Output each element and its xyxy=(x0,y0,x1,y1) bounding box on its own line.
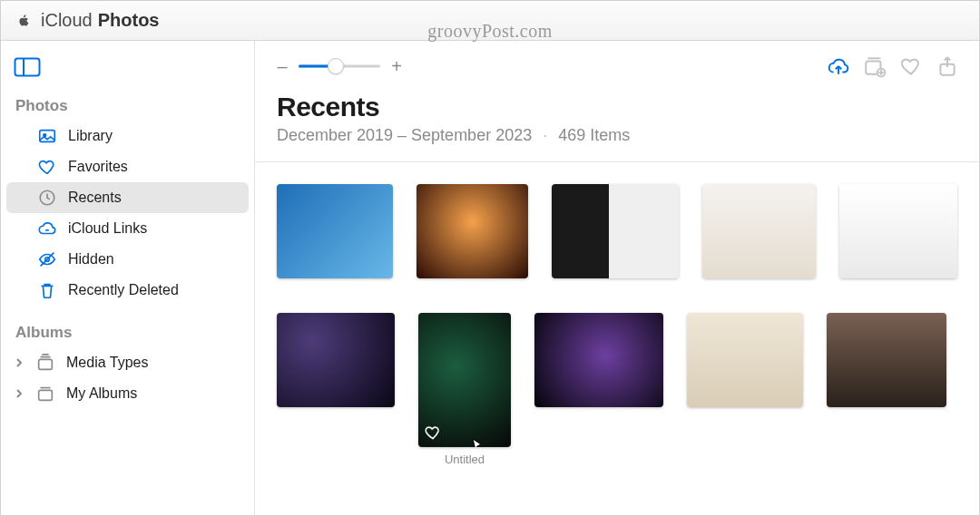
svg-rect-8 xyxy=(39,390,53,400)
page-subtitle: December 2019 – September 2023 · 469 Ite… xyxy=(277,126,957,145)
app-title-main: Photos xyxy=(98,10,160,31)
photo-thumbnail[interactable] xyxy=(702,184,817,278)
chevron-right-icon xyxy=(14,388,24,399)
icloud-photos-window: iCloud Photos groovyPost.com Photos Libr… xyxy=(0,0,980,516)
photo-thumbnail[interactable] xyxy=(827,313,946,407)
sidebar-item-icloud-links[interactable]: iCloud Links xyxy=(6,213,249,244)
sidebar-item-label: Favorites xyxy=(68,159,128,175)
clock-icon xyxy=(37,188,57,208)
content-header: Recents December 2019 – September 2023 ·… xyxy=(255,92,979,154)
sidebar-item-label: Library xyxy=(68,128,113,144)
cloud-link-icon xyxy=(37,219,57,239)
sidebar-item-label: Media Types xyxy=(66,355,148,371)
app-title-prefix: iCloud xyxy=(41,10,93,31)
sidebar-view-toggle[interactable] xyxy=(1,50,254,92)
svg-rect-0 xyxy=(15,59,40,76)
photo-thumbnail[interactable] xyxy=(839,184,957,278)
titlebar: iCloud Photos groovyPost.com xyxy=(1,1,979,41)
cursor-icon xyxy=(471,438,485,447)
photo-thumbnail[interactable] xyxy=(687,313,803,407)
eye-slash-icon xyxy=(37,249,57,269)
section-photos: Photos xyxy=(1,92,254,121)
date-range: December 2019 – September 2023 xyxy=(277,126,532,145)
albums-icon xyxy=(35,384,55,404)
thumbnail-caption: Untitled xyxy=(418,453,511,466)
section-albums: Albums xyxy=(1,318,254,347)
toolbar: – + xyxy=(255,41,979,92)
chevron-right-icon xyxy=(14,357,24,368)
sidebar-item-recently-deleted[interactable]: Recently Deleted xyxy=(6,275,249,306)
heart-outline-icon[interactable] xyxy=(424,424,442,442)
separator-dot: · xyxy=(543,126,547,145)
photo-grid: Untitled xyxy=(255,162,979,475)
sidebar-item-label: Recents xyxy=(68,190,122,206)
sidebar-item-label: iCloud Links xyxy=(68,220,147,237)
sidebar-item-library[interactable]: Library xyxy=(6,121,249,151)
sidebar-toggle-icon xyxy=(14,57,41,77)
sidebar: Photos Library Favorites Recents iCloud … xyxy=(1,41,255,515)
watermark: groovyPost.com xyxy=(427,21,553,42)
photo-thumbnail-hover[interactable] xyxy=(418,313,511,447)
sidebar-item-label: My Albums xyxy=(66,385,137,402)
apple-logo-icon xyxy=(15,11,32,31)
sidebar-item-label: Recently Deleted xyxy=(68,282,179,298)
photo-thumbnail[interactable] xyxy=(416,184,529,278)
photo-thumbnail[interactable] xyxy=(534,313,663,407)
zoom-in-button[interactable]: + xyxy=(389,56,404,77)
photo-thumbnail[interactable] xyxy=(277,313,395,407)
trash-icon xyxy=(37,280,57,300)
heart-icon xyxy=(37,157,57,177)
favorite-icon[interactable] xyxy=(899,54,923,78)
sidebar-item-media-types[interactable]: Media Types xyxy=(6,347,249,378)
svg-rect-7 xyxy=(39,359,53,369)
zoom-slider[interactable] xyxy=(299,57,380,75)
add-to-album-icon[interactable] xyxy=(863,54,887,78)
upload-icon[interactable] xyxy=(827,54,850,78)
content: – + Recents December 2019 – Septe xyxy=(255,41,979,515)
slider-knob[interactable] xyxy=(328,58,344,74)
zoom-control: – + xyxy=(275,56,404,77)
sidebar-item-my-albums[interactable]: My Albums xyxy=(6,378,249,409)
library-icon xyxy=(37,126,57,146)
item-count: 469 Items xyxy=(558,126,630,145)
sidebar-item-hidden[interactable]: Hidden xyxy=(6,244,249,275)
stack-icon xyxy=(35,353,55,373)
sidebar-item-recents[interactable]: Recents xyxy=(6,182,249,213)
share-icon[interactable] xyxy=(936,54,959,78)
sidebar-item-favorites[interactable]: Favorites xyxy=(6,151,249,182)
sidebar-item-label: Hidden xyxy=(68,251,114,268)
grid-row xyxy=(277,184,957,278)
zoom-out-button[interactable]: – xyxy=(275,56,289,77)
app-title: iCloud Photos xyxy=(41,10,159,31)
photo-thumbnail[interactable] xyxy=(552,184,678,278)
body: Photos Library Favorites Recents iCloud … xyxy=(1,41,979,515)
page-title: Recents xyxy=(277,92,957,122)
photo-thumbnail[interactable] xyxy=(277,184,393,278)
grid-row: Untitled xyxy=(277,313,957,466)
